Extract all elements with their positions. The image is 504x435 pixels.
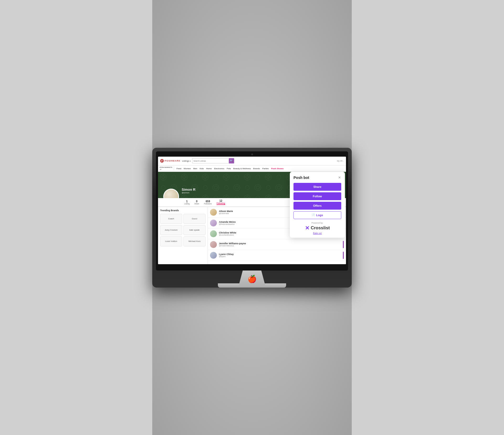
share-button[interactable]: Share [293, 183, 341, 191]
trending-brands-title: Trending Brands [160, 209, 206, 212]
nav-parties[interactable]: Parties [261, 167, 270, 170]
brand-michael-kors[interactable]: Michael Kors [183, 236, 206, 246]
search-button[interactable]: 🔍 [229, 158, 234, 163]
posh-bot-header: Posh bot × [293, 176, 341, 180]
user-name: Simon R [182, 188, 196, 192]
brands-grid: Coach Gucci Juicy Couture kate spade Lou… [160, 214, 206, 246]
screen: P POSHMARK Listings ▾ 🔍 My Off... [158, 157, 346, 264]
pm-logo-icon: P [160, 159, 164, 163]
following-handle-4: @ilyann [219, 256, 341, 257]
listings-dropdown[interactable]: Listings ▾ [182, 160, 191, 162]
avatar-image [164, 189, 178, 198]
stat-listing-label: Listing [184, 203, 190, 205]
screen-bezel: P POSHMARK Listings ▾ 🔍 My Off... [156, 151, 348, 270]
pm-logo-text: POSHMARK [165, 160, 181, 162]
posh-markets[interactable]: POSH MARKETS All [160, 166, 174, 171]
stat-following-num: 12 [219, 199, 222, 202]
nav-women[interactable]: Women [183, 167, 192, 170]
stat-share-label: Share [194, 203, 199, 205]
rate-us-link[interactable]: Rate us! [293, 232, 341, 235]
user-info-3: Jennifer Williams-payne @modernfabulous [219, 242, 341, 247]
logs-button[interactable]: 📄 Logs [293, 211, 341, 219]
stat-listing[interactable]: 1 Listing [184, 200, 190, 205]
dropdown-arrow: ▾ [190, 160, 191, 162]
following-handle-3: @modernfabulous [219, 245, 341, 247]
nav-electronics[interactable]: Electronics [213, 167, 225, 170]
nav-home[interactable]: Home [205, 167, 213, 170]
brand-kate-spade[interactable]: kate spade [183, 225, 206, 235]
crosslist-text: Crosslist [311, 225, 330, 231]
apple-logo: 🍎 [156, 275, 348, 283]
nav-feed[interactable]: Feed [175, 167, 182, 170]
pm-navbar: POSH MARKETS All Feed Women Men Kids Hom… [158, 166, 346, 172]
brand-louis-vuitton[interactable]: Louis Vuitton [160, 236, 182, 246]
following-item-3[interactable]: Jennifer Williams-payne @modernfabulous [208, 239, 346, 250]
avatar-1 [210, 220, 217, 226]
stat-listing-num: 1 [186, 200, 188, 203]
user-info: Simon R @simon [182, 188, 196, 194]
stat-followers-label: Followers [204, 203, 212, 205]
crosslist-x-icon: ✕ [305, 225, 309, 231]
stat-following-label: Following [217, 202, 225, 204]
posh-bot-close-button[interactable]: × [338, 176, 341, 180]
powered-by: Powered by: [293, 222, 341, 224]
stat-followers[interactable]: 659 Followers [204, 200, 212, 205]
avatar-4 [210, 252, 217, 259]
crosslist-logo: ✕ Crosslist [293, 225, 341, 231]
logs-icon: 📄 [312, 214, 315, 216]
following-indicator-4 [343, 252, 344, 259]
brand-coach[interactable]: Coach [160, 214, 182, 224]
imac-body: P POSHMARK Listings ▾ 🔍 My Off... [152, 148, 352, 288]
stat-following[interactable]: 12 Following [217, 199, 225, 205]
following-name-4: Lyann Chhay [219, 253, 341, 256]
posh-bot-title: Posh bot [293, 176, 309, 180]
avatar-0 [210, 209, 217, 216]
brand-gucci[interactable]: Gucci [183, 214, 206, 224]
nav-posh-shows[interactable]: Posh Shows [270, 167, 285, 170]
stat-followers-num: 659 [206, 200, 210, 203]
pm-logo: P POSHMARK [160, 159, 181, 163]
nav-pets[interactable]: Pets [226, 167, 232, 170]
avatar-3 [210, 241, 217, 248]
nav-brands[interactable]: Brands [252, 167, 261, 170]
following-indicator-3 [343, 241, 344, 248]
stat-share[interactable]: 0 Share [194, 200, 199, 205]
sidebar: Trending Brands Coach Gucci Juicy Coutur… [158, 207, 208, 264]
following-item-4[interactable]: Lyann Chhay @ilyann [208, 250, 346, 261]
brand-juicy-couture[interactable]: Juicy Couture [160, 225, 182, 235]
offers-button[interactable]: Offers [293, 202, 341, 210]
following-name-3: Jennifer Williams-payne [219, 242, 341, 245]
nav-beauty[interactable]: Beauty & Wellness [232, 167, 252, 170]
avatar-2 [210, 230, 217, 237]
user-handle: @simon [182, 192, 196, 194]
pm-header: P POSHMARK Listings ▾ 🔍 My Off... [158, 157, 346, 166]
posh-bot-panel: Posh bot × Share Follow Offers 📄 Logs Po… [290, 172, 345, 238]
camera-dot [251, 153, 253, 155]
nav-men[interactable]: Men [192, 167, 198, 170]
search-input[interactable] [192, 158, 229, 163]
follow-button[interactable]: Follow [293, 192, 341, 200]
user-info-4: Lyann Chhay @ilyann [219, 253, 341, 257]
my-offers: My Off... [337, 160, 344, 162]
stat-share-num: 0 [196, 200, 198, 203]
nav-kids[interactable]: Kids [199, 167, 205, 170]
search-container: 🔍 [192, 158, 234, 163]
